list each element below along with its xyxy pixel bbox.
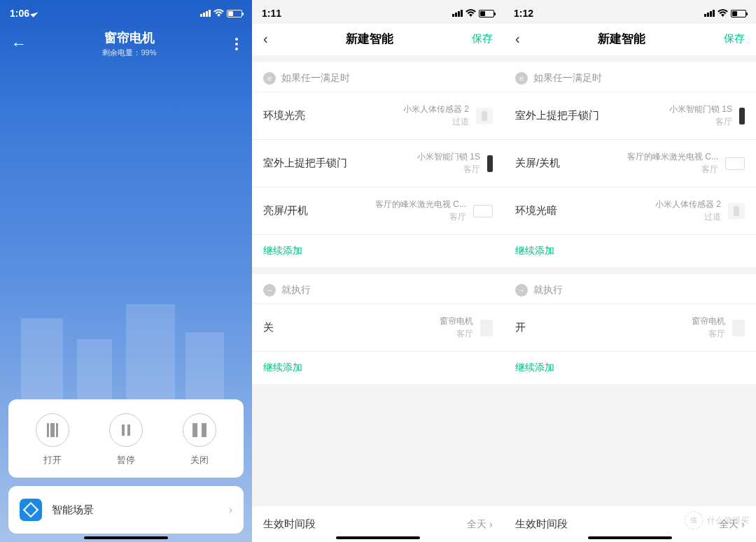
home-indicator[interactable] (588, 536, 672, 539)
then-rule-row[interactable]: 关 窗帘电机客厅 (252, 304, 504, 351)
smart-scene-row[interactable]: 智能场景 › (8, 486, 244, 534)
then-section-header: → 就执行 (504, 274, 756, 304)
tv-icon (473, 205, 493, 217)
close-icon (192, 423, 206, 437)
close-button[interactable]: 关闭 (183, 413, 216, 466)
if-rule-row[interactable]: 关屏/关机 客厅的峰米激光电视 C...客厅 (504, 139, 756, 187)
action-icon: → (263, 284, 276, 297)
home-indicator[interactable] (84, 536, 168, 539)
if-section-header: ≡ 如果任一满足时 (504, 62, 756, 92)
wifi-icon (718, 8, 728, 19)
pause-button[interactable]: 暂停 (109, 413, 143, 466)
device-header: ← 窗帘电机 剩余电量：99% (0, 24, 252, 58)
device-title: 窗帘电机 (102, 29, 156, 46)
if-rule-row[interactable]: 室外上提把手锁门 小米智能门锁 1S客厅 (252, 139, 504, 187)
control-card: 打开 暂停 关闭 (8, 399, 244, 478)
signal-icon (200, 10, 211, 17)
wifi-icon (214, 8, 224, 19)
chevron-right-icon: › (229, 504, 232, 516)
open-button[interactable]: 打开 (36, 413, 69, 466)
status-time: 1:06 (10, 8, 29, 19)
back-button[interactable]: ‹ (263, 31, 268, 47)
background-illustration (0, 276, 252, 402)
battery-status: 剩余电量：99% (102, 48, 156, 58)
tv-icon (725, 157, 745, 170)
curtain-motor-screen: 1:06 ← 窗帘电机 剩余电量：99% 打开 (0, 0, 252, 542)
then-rule-row[interactable]: 开 窗帘电机客厅 (504, 304, 756, 351)
status-time: 1:11 (262, 8, 281, 19)
lock-icon (487, 155, 493, 172)
condition-icon: ≡ (515, 72, 528, 85)
scene-icon (20, 499, 42, 521)
signal-icon (452, 10, 463, 17)
status-time: 1:12 (514, 8, 533, 19)
if-rule-row[interactable]: 室外上提把手锁门 小米智能门锁 1S客厅 (504, 92, 756, 139)
if-rule-row[interactable]: 环境光亮 小米人体传感器 2过道 (252, 92, 504, 139)
if-rule-row[interactable]: 环境光暗 小米人体传感器 2过道 (504, 187, 756, 234)
curtain-icon (480, 320, 493, 336)
then-section-header: → 就执行 (252, 274, 504, 304)
lock-icon (739, 108, 745, 124)
pause-icon (119, 423, 133, 437)
more-menu-button[interactable] (232, 35, 241, 53)
automation-screen-close: 1:11 ‹ 新建智能 保存 ≡ 如果任一满足时 环境光亮 小米人体传感器 2过… (252, 0, 504, 542)
back-button[interactable]: ‹ (515, 31, 520, 47)
condition-icon: ≡ (263, 72, 276, 85)
battery-icon (479, 10, 494, 17)
location-icon (30, 9, 38, 17)
signal-icon (704, 10, 715, 17)
watermark: 值 什么值得买 (685, 511, 749, 529)
add-action-button[interactable]: 继续添加 (504, 351, 756, 384)
if-section-header: ≡ 如果任一满足时 (252, 62, 504, 92)
save-button[interactable]: 保存 (724, 32, 745, 45)
automation-header: ‹ 新建智能 保存 (252, 24, 504, 55)
open-icon (46, 423, 59, 437)
battery-icon (731, 10, 746, 17)
save-button[interactable]: 保存 (472, 32, 493, 45)
status-bar: 1:11 (252, 0, 504, 24)
action-icon: → (515, 284, 528, 297)
sensor-icon (476, 108, 493, 124)
back-button[interactable]: ← (11, 35, 27, 53)
home-indicator[interactable] (336, 536, 420, 539)
status-bar: 1:12 (504, 0, 756, 24)
wifi-icon (465, 8, 476, 19)
add-condition-button[interactable]: 继续添加 (252, 234, 504, 267)
battery-icon (227, 10, 242, 17)
curtain-icon (732, 320, 745, 336)
status-bar: 1:06 (0, 0, 252, 24)
automation-header: ‹ 新建智能 保存 (504, 24, 756, 55)
add-action-button[interactable]: 继续添加 (252, 351, 504, 384)
automation-screen-open: 1:12 ‹ 新建智能 保存 ≡ 如果任一满足时 室外上提把手锁门 小米智能门锁… (504, 0, 756, 542)
page-title: 新建智能 (346, 31, 393, 47)
add-condition-button[interactable]: 继续添加 (504, 234, 756, 267)
sensor-icon (728, 203, 745, 220)
page-title: 新建智能 (598, 31, 645, 47)
if-rule-row[interactable]: 亮屏/开机 客厅的峰米激光电视 C...客厅 (252, 187, 504, 234)
